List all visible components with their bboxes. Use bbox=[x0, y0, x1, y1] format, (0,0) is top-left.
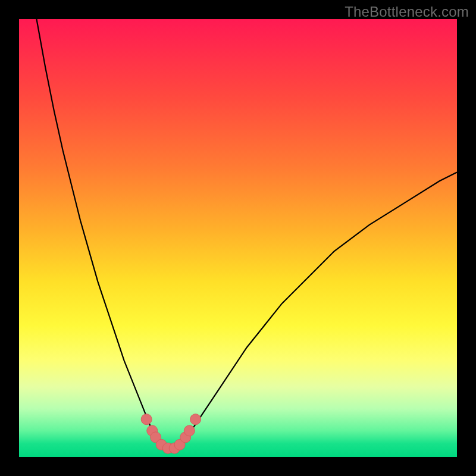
curve-marker bbox=[190, 414, 201, 425]
curve-marker bbox=[141, 414, 152, 425]
watermark-text: TheBottleneck.com bbox=[345, 4, 469, 20]
curve-markers bbox=[141, 414, 201, 454]
curve-marker bbox=[184, 425, 195, 436]
curve-svg bbox=[19, 19, 457, 457]
bottleneck-curve bbox=[36, 19, 457, 449]
chart-frame: TheBottleneck.com bbox=[0, 0, 476, 476]
plot-area bbox=[19, 19, 457, 457]
